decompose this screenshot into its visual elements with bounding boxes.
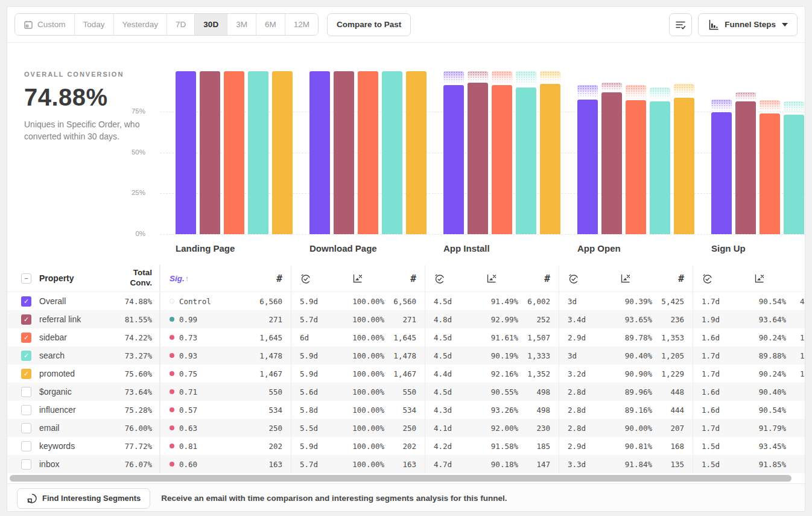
step-conversion-value: 93.64% [732, 315, 786, 324]
bar-promoted-download-page[interactable] [406, 71, 427, 234]
bar-sidebar-app-install[interactable] [492, 85, 512, 234]
significance-value: 0.99 [179, 315, 197, 324]
step-conversion-value: 92.99% [464, 315, 518, 324]
table-row-keywords[interactable]: keywords77.72%0.812025.9d100.00%2024.2d9… [7, 437, 805, 455]
table-row-promoted[interactable]: ✓promoted75.60%0.751,4675.9d100.00%1,467… [7, 365, 805, 383]
funnel-steps-dropdown[interactable]: Funnel Steps [698, 13, 798, 36]
row-checkbox-promoted[interactable]: ✓ [21, 369, 31, 379]
time-to-convert-value: 2.9d [559, 333, 598, 342]
bar-referral-link-download-page[interactable] [334, 71, 354, 234]
step-count: 15 [786, 442, 805, 451]
table-row-referral-link[interactable]: ✓referral link81.55%0.992715.7d100.00%27… [7, 310, 805, 328]
date-range-custom[interactable]: Custom [15, 14, 74, 35]
property-name: sidebar [39, 333, 125, 342]
row-checkbox-search[interactable]: ✓ [21, 351, 31, 361]
table-header-row: – Property Total Conv. Sig.↑##### [7, 265, 805, 292]
table-row-sidebar[interactable]: ✓sidebar74.22%0.731,6456d100.00%1,6454.5… [7, 328, 805, 346]
time-to-convert-value: 5.6d [291, 387, 330, 397]
bar-overall-landing-page[interactable] [176, 71, 196, 234]
bar-slot [224, 71, 244, 234]
bar-group-sign-up [711, 71, 805, 234]
step-conversion-value: 100.00% [330, 424, 384, 433]
bar-loss-cap [577, 85, 598, 100]
step-conversion-value: 100.00% [330, 460, 384, 469]
table-row-email[interactable]: email76.00%0.632505.5d100.00%2504.1d92.0… [7, 419, 805, 437]
time-to-convert-value: 1.7d [693, 297, 732, 306]
bar-sidebar-download-page[interactable] [358, 71, 378, 234]
time-to-convert-value: 4.5d [425, 351, 464, 360]
bar-loss-cap [516, 71, 536, 87]
bar-overall-download-page[interactable] [309, 71, 330, 234]
bar-slot [334, 71, 354, 234]
compare-to-past-button[interactable]: Compare to Past [327, 13, 411, 36]
row-checkbox-email[interactable] [21, 423, 31, 433]
bar-referral-link-sign-up[interactable] [735, 101, 756, 234]
bar-sidebar-sign-up[interactable] [760, 113, 780, 234]
table-row-influencer[interactable]: influencer75.28%0.575345.8d100.00%5344.3… [7, 401, 805, 419]
step-count: 534 [197, 406, 291, 415]
bar-slot [382, 71, 402, 234]
time-to-convert-value: 5.9d [291, 351, 330, 360]
step-count: 498 [518, 406, 559, 415]
date-range-6m[interactable]: 6M [256, 14, 285, 35]
bar-search-app-install[interactable] [516, 88, 536, 235]
row-checkbox-overall[interactable]: ✓ [21, 296, 31, 307]
date-range-yesterday[interactable]: Yesterday [113, 14, 167, 35]
bar-promoted-app-open[interactable] [674, 98, 694, 234]
step-count: 6,560 [211, 297, 291, 306]
bar-overall-app-install[interactable] [443, 85, 464, 234]
row-checkbox-influencer[interactable] [21, 405, 31, 415]
date-range-12m[interactable]: 12M [285, 14, 318, 35]
step-conversion-value: 89.16% [598, 406, 652, 415]
bar-search-download-page[interactable] [382, 71, 402, 234]
significance-value: 0.75 [179, 369, 197, 378]
step-conversion-value: 89.96% [598, 387, 652, 397]
time-to-convert-value: 4.5d [425, 333, 464, 342]
bar-chart-icon [708, 19, 720, 31]
step-count: 1,10 [786, 369, 805, 378]
bar-search-sign-up[interactable] [784, 115, 804, 234]
step-count: 40 [786, 387, 805, 397]
bar-promoted-landing-page[interactable] [272, 71, 293, 234]
row-checkbox-keywords[interactable] [21, 441, 31, 451]
sig-column-header[interactable]: Sig.↑# [160, 265, 291, 291]
table-row--organic[interactable]: $organic73.64%0.715505.6d100.00%5504.5d9… [7, 383, 805, 401]
metric-column-header-group: # [291, 265, 425, 291]
bar-promoted-app-install[interactable] [540, 84, 560, 234]
total-conversion-value: 76.07% [125, 460, 152, 469]
row-checkbox-referral-link[interactable]: ✓ [21, 314, 31, 325]
date-range-3m[interactable]: 3M [227, 14, 256, 35]
row-checkbox--organic[interactable] [21, 387, 31, 397]
select-all-checkbox[interactable]: – [21, 273, 31, 284]
table-row-search[interactable]: ✓search73.27%0.931,4785.9d100.00%1,4784.… [7, 346, 805, 365]
bar-sidebar-landing-page[interactable] [224, 71, 244, 234]
table-row-inbox[interactable]: inbox76.07%0.601635.7d100.00%1634.7d90.1… [7, 455, 805, 473]
find-interesting-segments-button[interactable]: Find Interesting Segments [17, 488, 150, 509]
footer-message: Receive an email with time comparison an… [161, 494, 507, 503]
significance-value: Control [179, 297, 211, 306]
list-check-icon-button[interactable] [669, 13, 692, 36]
bar-slot [406, 71, 427, 234]
table-row-overall[interactable]: ✓Overall74.88%Control6,5605.9d100.00%6,5… [7, 292, 805, 310]
bar-search-landing-page[interactable] [248, 71, 268, 234]
time-to-convert-value: 5.5d [291, 424, 330, 433]
horizontal-scrollbar[interactable] [10, 475, 791, 482]
bar-referral-link-app-open[interactable] [601, 92, 622, 234]
row-checkbox-inbox[interactable] [21, 459, 31, 470]
significance-value: 0.57 [179, 406, 197, 415]
time-to-convert-icon [425, 273, 464, 284]
main-panel: Custom Today Yesterday 7D 30D 3M 6M 12M … [7, 6, 805, 512]
bar-referral-link-landing-page[interactable] [200, 71, 220, 234]
bar-overall-sign-up[interactable] [711, 112, 732, 234]
date-range-today[interactable]: Today [74, 14, 113, 35]
date-range-7d[interactable]: 7D [167, 14, 194, 35]
bar-sidebar-app-open[interactable] [626, 100, 646, 234]
date-range-30d[interactable]: 30D [194, 14, 227, 35]
significance-value: 0.81 [179, 442, 197, 451]
row-checkbox-sidebar[interactable]: ✓ [21, 333, 31, 343]
bar-referral-link-app-install[interactable] [468, 83, 488, 234]
bar-overall-app-open[interactable] [577, 100, 598, 234]
bar-search-app-open[interactable] [650, 101, 670, 234]
step-conversion-value: 90.40% [598, 351, 652, 360]
significance-dot [170, 389, 174, 394]
